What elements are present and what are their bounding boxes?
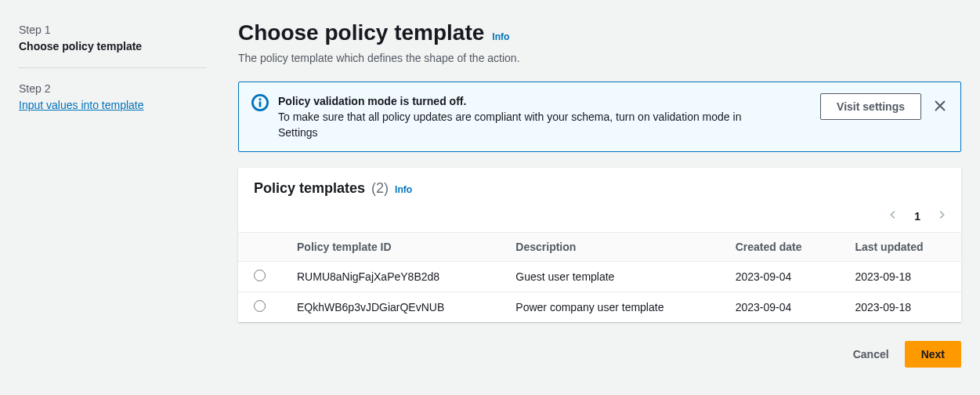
main-content: Choose policy template Info The policy t…: [238, 19, 961, 383]
col-id: Policy template ID: [281, 233, 500, 262]
close-icon: [934, 100, 946, 114]
svg-rect-1: [259, 102, 262, 107]
page-description: The policy template which defines the sh…: [238, 50, 961, 66]
step-1: Step 1 Choose policy template: [19, 22, 207, 68]
table-row: EQkhWB6p3vJDGiarQEvNUB Power company use…: [238, 292, 961, 323]
pagination-prev-button[interactable]: [888, 209, 899, 223]
pagination-current: 1: [914, 210, 920, 223]
step-2: Step 2 Input values into template: [19, 81, 207, 126]
cell-updated: 2023-09-18: [839, 262, 961, 292]
panel-title: Policy templates: [254, 180, 365, 197]
col-select: [238, 233, 281, 262]
step-1-title: Choose policy template: [19, 38, 207, 55]
pagination: 1: [238, 203, 961, 232]
step-1-label: Step 1: [19, 22, 207, 38]
cell-description: Power company user template: [500, 292, 719, 323]
panel-info-link[interactable]: Info: [395, 184, 412, 195]
page-info-link[interactable]: Info: [492, 31, 509, 42]
col-created: Created date: [720, 233, 840, 262]
alert-body: To make sure that all policy updates are…: [278, 109, 779, 140]
svg-rect-2: [259, 99, 262, 101]
cancel-button[interactable]: Cancel: [844, 341, 899, 368]
step-2-label: Step 2: [19, 81, 207, 96]
row-select-radio[interactable]: [254, 270, 266, 281]
policy-templates-table: Policy template ID Description Created d…: [238, 232, 961, 322]
panel-count: (2): [371, 180, 389, 197]
wizard-footer: Cancel Next: [238, 338, 961, 383]
chevron-left-icon: [888, 209, 899, 223]
cell-created: 2023-09-04: [720, 262, 840, 292]
alert-title: Policy validation mode is turned off.: [278, 93, 811, 109]
info-icon: [251, 94, 269, 111]
cell-description: Guest user template: [500, 262, 719, 292]
col-updated: Last updated: [839, 233, 961, 262]
wizard-steps-sidebar: Step 1 Choose policy template Step 2 Inp…: [19, 19, 207, 383]
alert-close-button[interactable]: [932, 98, 948, 116]
table-row: RUMU8aNigFajXaPeY8B2d8 Guest user templa…: [238, 262, 961, 292]
cell-updated: 2023-09-18: [839, 292, 961, 323]
next-button[interactable]: Next: [905, 341, 961, 368]
step-2-link[interactable]: Input values into template: [19, 99, 144, 111]
validation-alert: Policy validation mode is turned off. To…: [238, 82, 961, 152]
page-title: Choose policy template: [238, 19, 484, 47]
visit-settings-button[interactable]: Visit settings: [820, 93, 921, 120]
col-description: Description: [500, 233, 719, 262]
page-header: Choose policy template Info The policy t…: [238, 19, 961, 66]
pagination-next-button[interactable]: [936, 209, 947, 223]
cell-id: EQkhWB6p3vJDGiarQEvNUB: [281, 292, 500, 323]
policy-templates-panel: Policy templates (2) Info 1: [238, 168, 961, 322]
cell-id: RUMU8aNigFajXaPeY8B2d8: [281, 262, 500, 292]
chevron-right-icon: [936, 209, 947, 223]
cell-created: 2023-09-04: [720, 292, 840, 323]
row-select-radio[interactable]: [254, 300, 266, 312]
